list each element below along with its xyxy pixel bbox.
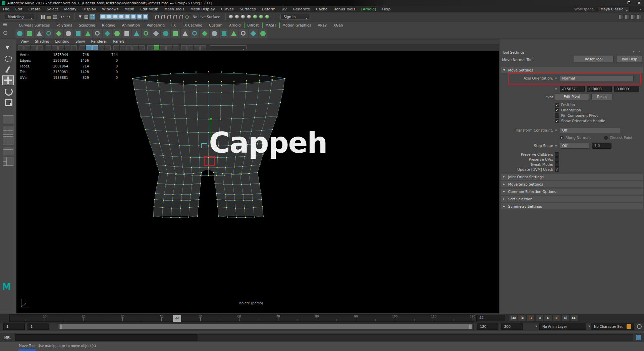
mask-curves-icon[interactable] bbox=[112, 14, 118, 19]
shelf-combine-icon[interactable] bbox=[210, 29, 219, 38]
viewport-toolbar-icon-18[interactable] bbox=[132, 45, 138, 50]
select-object-icon[interactable] bbox=[84, 14, 89, 19]
move-tool[interactable] bbox=[2, 75, 14, 85]
menu-mesh[interactable]: Mesh bbox=[121, 6, 137, 12]
menu-mesh-tools[interactable]: Mesh Tools bbox=[161, 6, 187, 12]
four-pane-layout[interactable] bbox=[3, 126, 13, 135]
shelf-tab-polygons[interactable]: Polygons bbox=[53, 22, 75, 28]
viewport-toolbar-icon-7[interactable] bbox=[58, 45, 64, 50]
step-forward-key-button[interactable]: ▶| bbox=[553, 315, 561, 321]
reset-tool-button[interactable]: Reset Tool bbox=[574, 56, 613, 62]
axis-y-field[interactable]: 0.0000 bbox=[587, 86, 612, 92]
viewport-toolbar-icon-16[interactable] bbox=[120, 45, 125, 50]
attribute-editor-toggle[interactable] bbox=[618, 14, 624, 19]
axis-orientation-dropdown[interactable]: Normal bbox=[560, 75, 634, 81]
snap-curve-icon[interactable] bbox=[160, 14, 165, 19]
viewport-toolbar-icon-9[interactable] bbox=[71, 45, 77, 50]
panel-dock-icons[interactable]: ▾ × bbox=[633, 50, 642, 53]
shelf-boolean-intersection-icon[interactable] bbox=[259, 29, 267, 38]
select-tool[interactable] bbox=[2, 43, 14, 53]
preserve-uvs-checkbox[interactable] bbox=[555, 157, 559, 162]
animation-end-field[interactable]: 200 bbox=[501, 323, 523, 330]
shelf-tab-sculpting[interactable]: Sculpting bbox=[75, 22, 99, 28]
menu-help[interactable]: Help bbox=[379, 6, 393, 12]
viewport-toolbar-icon-10[interactable] bbox=[79, 45, 85, 50]
closest-point-radio[interactable] bbox=[604, 136, 608, 140]
viewport-menu-panels[interactable]: Panels bbox=[113, 39, 124, 43]
shelf-sphere-icon[interactable] bbox=[15, 29, 24, 38]
viewport-camera-dropdown[interactable] bbox=[210, 45, 247, 50]
range-slider-track[interactable] bbox=[58, 323, 474, 330]
mask-surfaces-icon[interactable] bbox=[118, 14, 124, 19]
viewport-toolbar-icon-28[interactable] bbox=[200, 45, 206, 50]
shelf-tab-animation[interactable]: Animation bbox=[119, 22, 144, 28]
two-pane-stacked-layout[interactable] bbox=[3, 147, 13, 155]
update-uvm-used-checkbox[interactable]: ✓ bbox=[555, 167, 559, 172]
paint-selection-tool[interactable] bbox=[2, 64, 14, 74]
snap-projected-center-icon[interactable] bbox=[172, 14, 177, 19]
shelf-poly-text-icon[interactable] bbox=[191, 29, 199, 38]
menu-modify[interactable]: Modify bbox=[61, 6, 79, 12]
menu-curves[interactable]: Curves bbox=[218, 6, 237, 12]
snap-grid-icon[interactable] bbox=[154, 14, 159, 19]
shelf-cone-icon[interactable] bbox=[45, 29, 53, 38]
shelf-tab-curves-surfaces[interactable]: Curves | Surfaces bbox=[15, 22, 53, 28]
orientation-checkbox[interactable]: ✓ bbox=[555, 108, 559, 112]
shelf-tab-custom[interactable]: Custom bbox=[206, 22, 226, 28]
preserve-children-checkbox[interactable] bbox=[555, 152, 559, 157]
range-handle-right[interactable] bbox=[469, 324, 472, 329]
select-component-icon[interactable] bbox=[90, 14, 95, 19]
perspective-viewport[interactable]: ViewShadingLightingShowRendererPanels Ve… bbox=[16, 39, 499, 313]
position-checkbox[interactable]: ✓ bbox=[555, 103, 559, 107]
file-save-icon[interactable] bbox=[52, 14, 57, 19]
sign-in-dropdown[interactable]: Sign In bbox=[280, 14, 309, 20]
viewport-toolbar-icon-23[interactable] bbox=[166, 45, 172, 50]
menu-arnold[interactable]: [Arnold] bbox=[358, 6, 379, 12]
menu-bonus-tools[interactable]: Bonus Tools bbox=[331, 6, 359, 12]
snap-view-plane-icon[interactable] bbox=[178, 14, 183, 19]
viewport-toolbar-icon-12[interactable] bbox=[92, 45, 98, 50]
section-move-snap-settings[interactable]: ►Move Snap Settings bbox=[501, 181, 643, 187]
animation-preferences-icon[interactable] bbox=[637, 324, 642, 329]
menu-edit[interactable]: Edit bbox=[12, 6, 25, 12]
viewport-toolbar-icon-14[interactable] bbox=[105, 45, 111, 50]
move-settings-section-header[interactable]: ▼ Move Settings bbox=[501, 67, 643, 73]
viewport-toolbar-icon-4[interactable] bbox=[37, 45, 43, 50]
two-pane-side-layout[interactable] bbox=[3, 136, 13, 145]
undo-icon[interactable] bbox=[60, 14, 65, 19]
play-backwards-button[interactable]: ◀ bbox=[535, 315, 543, 321]
ipr-render-icon[interactable] bbox=[234, 14, 240, 19]
viewport-toolbar-icon-26[interactable] bbox=[187, 45, 193, 50]
viewport-toolbar-icon-21[interactable] bbox=[154, 45, 159, 50]
range-handle-left[interactable] bbox=[59, 324, 62, 329]
shelf-extract-icon[interactable] bbox=[229, 29, 238, 38]
redo-icon[interactable] bbox=[66, 14, 71, 19]
shelf-tab-fx[interactable]: FX bbox=[168, 22, 179, 28]
viewport-toolbar-icon-8[interactable] bbox=[65, 45, 70, 50]
render-current-frame-icon[interactable] bbox=[228, 14, 234, 19]
section-soft-selection[interactable]: ►Soft Selection bbox=[501, 196, 643, 202]
section-joint-orient-settings[interactable]: ►Joint Orient Settings bbox=[501, 174, 643, 180]
mask-dynamics-icon[interactable] bbox=[130, 14, 136, 19]
shelf-tab-rendering[interactable]: Rendering bbox=[143, 22, 168, 28]
viewport-toolbar-icon-5[interactable] bbox=[46, 45, 51, 50]
viewport-toolbar-icon-2[interactable] bbox=[24, 45, 30, 50]
rotate-tool[interactable] bbox=[2, 86, 14, 96]
shelf-boolean-union-icon[interactable] bbox=[239, 29, 248, 38]
modeling-toolkit-toggle[interactable] bbox=[636, 14, 642, 19]
mel-label[interactable]: MEL bbox=[0, 336, 15, 340]
playback-end-field[interactable]: 120 bbox=[477, 323, 498, 330]
window-close-button[interactable]: × bbox=[634, 0, 644, 6]
shelf-superellipse-icon[interactable] bbox=[152, 29, 160, 38]
viewport-toolbar-icon-3[interactable] bbox=[31, 45, 37, 50]
menu-uv[interactable]: UV bbox=[278, 6, 290, 12]
shelf-spherical-harmonics-icon[interactable] bbox=[161, 29, 170, 38]
shelf-pipe-icon[interactable] bbox=[113, 29, 121, 38]
viewport-menu-view[interactable]: View bbox=[20, 39, 29, 43]
mask-misc-icon[interactable] bbox=[143, 14, 148, 19]
current-frame-field[interactable]: 44 bbox=[476, 315, 505, 321]
shelf-tab-fx-caching[interactable]: FX Caching bbox=[179, 22, 206, 28]
shelf-tab-rigging[interactable]: Rigging bbox=[99, 22, 119, 28]
menu-cache[interactable]: Cache bbox=[313, 6, 330, 12]
reset-pivot-button[interactable]: Reset bbox=[591, 94, 613, 100]
